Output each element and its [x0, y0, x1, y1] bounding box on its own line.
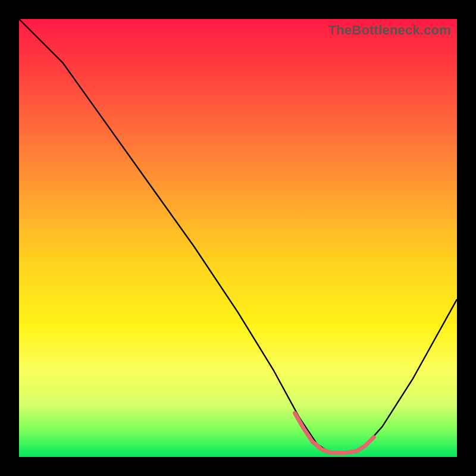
chart-svg: [19, 19, 457, 457]
series-bottleneck-curve: [19, 19, 457, 453]
series-sweet-spot-highlight: [295, 413, 374, 453]
plot-area: TheBottleneck.com: [19, 19, 457, 457]
chart-container: TheBottleneck.com: [0, 0, 476, 476]
